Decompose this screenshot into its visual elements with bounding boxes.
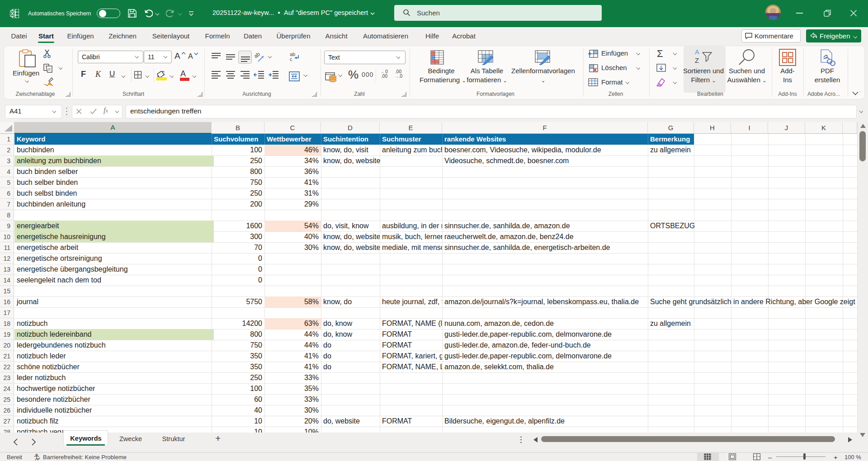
svg-text:c: c xyxy=(290,56,292,62)
svg-text:ab: ab xyxy=(255,52,261,60)
